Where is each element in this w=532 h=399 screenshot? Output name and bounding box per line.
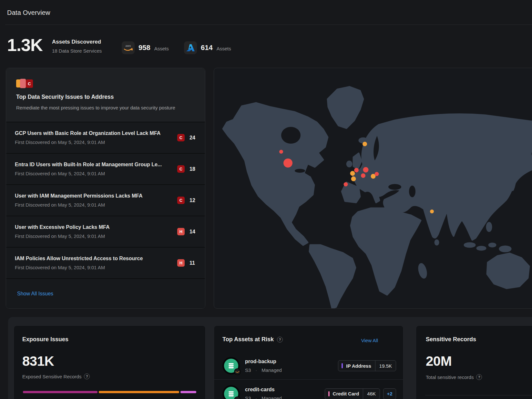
assets-discovered-count: 1.3K xyxy=(7,35,43,55)
aws-icon: aws xyxy=(122,41,135,54)
header-divider xyxy=(5,25,532,25)
datastore-icon xyxy=(222,357,240,374)
issue-count: 18 xyxy=(189,166,197,172)
world-map-card xyxy=(214,68,532,309)
top-issues-title: Top Data Security Issues to Address xyxy=(16,94,195,100)
exposure-bar-segment xyxy=(180,391,196,393)
chip-value: 19.5K xyxy=(375,361,396,371)
help-icon[interactable]: ? xyxy=(84,373,90,379)
help-icon[interactable]: ? xyxy=(476,374,482,380)
issue-row[interactable]: User with Excessive Policy Lacks MFA Fir… xyxy=(6,216,205,247)
sensitive-records-title: Sensitive Records xyxy=(426,336,476,343)
issue-discovered-date: First Discovered on May 5, 2024, 9:01 AM xyxy=(15,171,177,176)
map-dot-europe[interactable] xyxy=(363,167,369,173)
sensitive-records-label: Total sensitive records ? xyxy=(426,374,482,380)
asset-name: prod-backup xyxy=(245,359,338,364)
issue-title: Entra ID Users with Built-In Role at Man… xyxy=(15,162,177,168)
sensitive-records-label-text: Total sensitive records xyxy=(426,374,474,380)
map-dot-europe[interactable] xyxy=(350,171,355,176)
severity-card-critical-icon: C xyxy=(26,79,33,88)
exposure-issues-value: 831K xyxy=(22,353,54,369)
more-classifications-chip[interactable]: +2 xyxy=(383,388,396,399)
issue-row[interactable]: Entra ID Users with Built-In Role at Man… xyxy=(6,154,205,184)
severity-card-salmon-icon xyxy=(20,79,26,88)
issue-title: User with IAM Management Permissions Lac… xyxy=(15,193,177,199)
issue-discovered-date: First Discovered on May 5, 2024, 9:01 AM xyxy=(15,202,177,208)
svg-text:aws: aws xyxy=(125,44,131,47)
azure-asset-count: 614 xyxy=(201,44,213,52)
chip-value: 46K xyxy=(363,389,380,399)
assets-discovered-label: Assets Discovered xyxy=(52,39,101,45)
exposure-distribution-bar xyxy=(23,391,196,393)
top-assets-title: Top Assets at Risk xyxy=(222,336,274,343)
map-dot-europe[interactable] xyxy=(361,173,365,178)
azure-icon xyxy=(184,41,197,54)
world-map xyxy=(214,68,532,309)
severity-badge: C xyxy=(177,134,185,141)
sensitive-records-value: 20M xyxy=(426,353,452,369)
map-dot-scandinavia[interactable] xyxy=(363,142,367,146)
asset-status: Managed xyxy=(261,395,282,399)
exposure-issues-card: Exposure Issues 831K Exposed Sensitive R… xyxy=(14,325,206,399)
map-dot-europe[interactable] xyxy=(375,172,379,176)
issue-title: GCP Users with Basic Role at Organizatio… xyxy=(15,130,177,136)
issue-row[interactable]: User with IAM Management Permissions Lac… xyxy=(6,185,205,216)
issue-title: IAM Policies Allow Unrestricted Access t… xyxy=(15,256,177,261)
top-assets-card: Top Assets at Risk ? View All prod-backu… xyxy=(214,325,404,399)
issue-discovered-date: First Discovered on May 5, 2024, 9:01 AM xyxy=(15,139,177,145)
asset-service: S3 xyxy=(245,367,261,373)
top-issues-subtitle: Remediate the most pressing issues to im… xyxy=(16,105,195,110)
asset-name: credit-cards xyxy=(245,387,325,393)
severity-badge: H xyxy=(177,228,185,235)
map-dot-canada[interactable] xyxy=(279,150,283,154)
exposure-issues-label: Exposed Sensitive Records ? xyxy=(22,373,90,379)
aws-asset-count: 958 xyxy=(138,44,150,52)
classification-chip: Credit Card 46K xyxy=(325,388,380,399)
exposure-bar-segment xyxy=(23,391,97,393)
asset-status: Managed xyxy=(261,367,282,373)
severity-badge: C xyxy=(177,165,185,173)
azure-asset-label: Assets xyxy=(217,45,231,51)
issues-footer: Show All Issues xyxy=(6,279,205,308)
exposure-bar-segment xyxy=(99,391,179,393)
datastore-icon xyxy=(222,385,240,399)
issue-count: 11 xyxy=(189,260,197,266)
map-dot-spain[interactable] xyxy=(344,182,348,187)
top-issues-panel: C Top Data Security Issues to Address Re… xyxy=(6,68,205,309)
map-dot-canada[interactable] xyxy=(283,159,292,168)
aws-provider-stat: aws 958 Assets xyxy=(122,41,169,54)
view-all-link[interactable]: View All xyxy=(361,338,378,343)
chip-label: Credit Card xyxy=(333,391,363,396)
map-dot-india[interactable] xyxy=(430,210,434,213)
asset-service: S3 xyxy=(245,395,261,399)
exposure-issues-title: Exposure Issues xyxy=(22,336,68,343)
severity-badge: H xyxy=(177,259,185,267)
database-icon xyxy=(228,390,235,397)
issue-row[interactable]: GCP Users with Basic Role at Organizatio… xyxy=(6,122,205,153)
database-icon xyxy=(228,362,235,369)
issue-count: 24 xyxy=(189,135,197,141)
issue-row[interactable]: IAM Policies Allow Unrestricted Access t… xyxy=(6,248,205,278)
help-icon[interactable]: ? xyxy=(277,337,283,343)
aws-badge-icon xyxy=(234,368,241,375)
map-dot-europe[interactable] xyxy=(351,177,356,181)
severity-badge: C xyxy=(177,197,185,204)
issue-count: 14 xyxy=(189,229,197,235)
aws-asset-label: Assets xyxy=(154,45,169,51)
sensitive-records-card: Sensitive Records 20M Total sensitive re… xyxy=(416,325,532,399)
asset-row[interactable]: prod-backup S3 Managed IP Address 19.5K xyxy=(214,352,403,380)
show-all-issues-link[interactable]: Show All Issues xyxy=(17,291,53,297)
issue-discovered-date: First Discovered on May 5, 2024, 9:01 AM xyxy=(15,265,177,270)
issue-count: 12 xyxy=(189,198,197,203)
asset-row[interactable]: credit-cards S3 Managed Credit Card 46K … xyxy=(214,380,403,399)
top-issues-header: C Top Data Security Issues to Address Re… xyxy=(6,68,205,122)
map-dot-europe[interactable] xyxy=(354,168,359,172)
issue-title: User with Excessive Policy Lacks MFA xyxy=(15,224,177,230)
chip-color-bar xyxy=(328,391,330,396)
page-title: Data Overview xyxy=(7,9,50,16)
data-store-services-label: 18 Data Store Services xyxy=(52,48,102,54)
issue-discovered-date: First Discovered on May 5, 2024, 9:01 AM xyxy=(15,233,177,239)
chip-label: IP Address xyxy=(346,363,375,369)
chip-color-bar xyxy=(342,363,343,368)
severity-stack-icon: C xyxy=(16,79,36,88)
